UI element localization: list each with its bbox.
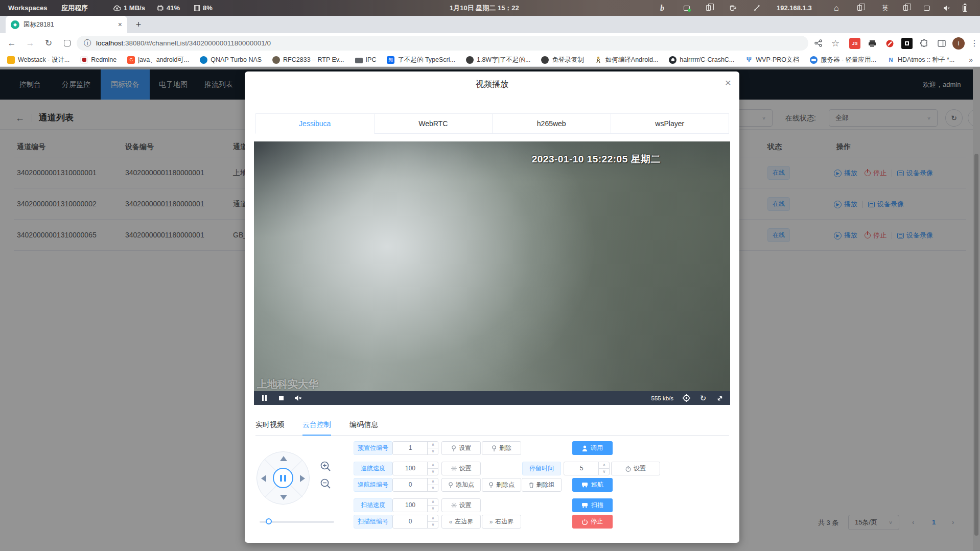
bookmarks-overflow-button[interactable]: » xyxy=(969,56,973,64)
ip-address-indicator[interactable]: 192.168.1.3 xyxy=(777,0,812,16)
extension-dark-icon[interactable] xyxy=(901,38,913,49)
pause-button[interactable] xyxy=(260,394,268,402)
tab-live-video[interactable]: 实时视频 xyxy=(255,417,284,436)
scan-right-bound-button[interactable]: »右边界 xyxy=(482,515,521,529)
zoom-out-button[interactable] xyxy=(319,477,331,489)
stepper-up-icon[interactable]: ∧ xyxy=(428,442,438,448)
player-settings-button[interactable] xyxy=(682,394,690,402)
browser-menu-button[interactable]: ⋮ xyxy=(967,33,980,53)
stepper-down-icon[interactable]: ∨ xyxy=(599,469,610,475)
bookmark-ipc-folder[interactable]: IPC xyxy=(355,56,377,63)
bookmark-qnap[interactable]: QNAP Turbo NAS xyxy=(200,56,262,64)
bookmark-hdatmos[interactable]: NHDAtmos :: 种子 *... xyxy=(887,56,954,64)
stepper-down-icon[interactable]: ∨ xyxy=(428,448,438,455)
back-button[interactable]: ← xyxy=(4,33,19,53)
number-stepper[interactable]: ∧∨ xyxy=(427,462,438,475)
bookmark-android-build[interactable]: 如何编译Android... xyxy=(595,56,659,64)
network-indicator[interactable]: 1 MB/s xyxy=(113,0,145,16)
ptz-up-button[interactable] xyxy=(280,456,287,461)
cruise-delete-point-button[interactable]: 删除点 xyxy=(482,478,521,492)
extensions-puzzle-button[interactable] xyxy=(919,38,930,49)
player-tab-h265web[interactable]: h265web xyxy=(493,113,611,134)
bookmark-redmine[interactable]: Redmine xyxy=(80,56,116,64)
number-stepper[interactable]: ∧∨ xyxy=(427,499,438,512)
ptz-left-button[interactable] xyxy=(261,475,266,482)
preset-delete-button[interactable]: 删除 xyxy=(482,441,521,455)
zoom-in-button[interactable] xyxy=(319,460,331,472)
extension-js-icon[interactable]: JS xyxy=(849,38,860,49)
stepper-down-icon[interactable]: ∨ xyxy=(428,506,438,512)
cruise-add-point-button[interactable]: 添加点 xyxy=(441,478,481,492)
bookmark-csdn[interactable]: Cjava、android可... xyxy=(127,56,189,64)
forward-button[interactable]: → xyxy=(22,33,38,53)
cruise-group-input[interactable]: 0 ∧∨ xyxy=(392,478,438,492)
stop-button[interactable] xyxy=(277,394,285,402)
number-stepper[interactable]: ∧∨ xyxy=(427,515,438,528)
home-button[interactable] xyxy=(59,33,75,53)
number-stepper[interactable]: ∧∨ xyxy=(427,442,438,454)
tab-close-icon[interactable]: × xyxy=(118,20,122,29)
tab-ptz-control[interactable]: 云台控制 xyxy=(302,417,331,436)
stepper-up-icon[interactable]: ∧ xyxy=(428,515,438,522)
bookmark-article[interactable]: 1.8W字|了不起的... xyxy=(466,56,530,64)
preset-call-button[interactable]: 调用 xyxy=(572,441,613,455)
stepper-down-icon[interactable]: ∨ xyxy=(428,485,438,492)
preset-number-input[interactable]: 1 ∧∨ xyxy=(392,441,438,455)
scan-group-input[interactable]: 0 ∧∨ xyxy=(392,515,438,529)
ptz-down-button[interactable] xyxy=(280,495,287,500)
page-info-icon[interactable]: ⓘ xyxy=(84,39,91,48)
volume-tray-icon[interactable] xyxy=(943,0,950,16)
scan-speed-input[interactable]: 100 ∧∨ xyxy=(392,498,438,512)
bookmark-copy-tool[interactable]: 免登录复制 xyxy=(541,56,584,64)
mute-button[interactable] xyxy=(294,394,302,402)
fullscreen-button[interactable] xyxy=(716,394,724,402)
side-panel-button[interactable] xyxy=(936,38,947,49)
dialog-close-button[interactable]: × xyxy=(725,77,731,89)
cruise-start-button[interactable]: 巡航 xyxy=(572,478,613,492)
stepper-up-icon[interactable]: ∧ xyxy=(428,499,438,506)
slider-handle[interactable] xyxy=(266,518,272,524)
ptz-stop-center-button[interactable] xyxy=(273,468,293,488)
scan-left-bound-button[interactable]: «左边界 xyxy=(441,515,481,529)
stay-time-input[interactable]: 5 ∧∨ xyxy=(564,462,610,475)
video-player[interactable]: 2023-01-10 15:22:05 星期二 上地科实大华 555 kb/s … xyxy=(254,141,730,405)
extension-blocker-icon[interactable] xyxy=(884,38,895,49)
stay-time-set-button[interactable]: 设置 xyxy=(611,462,660,475)
app-window-tray-icon[interactable] xyxy=(684,0,690,16)
ptz-direction-pad[interactable] xyxy=(256,451,310,505)
preset-set-button[interactable]: 设置 xyxy=(441,441,481,455)
tool-tray-icon[interactable] xyxy=(754,0,760,16)
workspaces-button[interactable]: Workspaces xyxy=(8,0,47,16)
player-tab-webrtc[interactable]: WebRTC xyxy=(375,113,493,134)
ptz-speed-slider[interactable] xyxy=(260,518,334,525)
workspace-switcher-icon[interactable] xyxy=(857,0,862,16)
number-stepper[interactable]: ∧∨ xyxy=(427,478,438,491)
bookmark-github[interactable]: hairrrrr/C-CrashC... xyxy=(669,56,734,64)
stepper-up-icon[interactable]: ∧ xyxy=(428,478,438,485)
stepper-up-icon[interactable]: ∧ xyxy=(428,462,438,469)
scan-speed-set-button[interactable]: 设置 xyxy=(441,498,481,512)
bookmark-rfc2833[interactable]: RFC2833 – RTP Ev... xyxy=(272,56,344,64)
input-language-indicator[interactable]: 英 xyxy=(882,0,889,16)
bookmark-star-button[interactable]: ☆ xyxy=(828,33,843,53)
number-stepper[interactable]: ∧∨ xyxy=(598,462,609,475)
bookmark-zhihu[interactable]: 知了不起的 TypeScri... xyxy=(387,56,455,64)
clipboard-tray-icon[interactable] xyxy=(706,0,711,16)
ptz-right-button[interactable] xyxy=(300,475,305,482)
reload-button[interactable]: ↻ xyxy=(41,33,56,53)
player-tab-jessibuca[interactable]: Jessibuca xyxy=(255,113,375,134)
cruise-speed-input[interactable]: 100 ∧∨ xyxy=(392,462,438,475)
bookmark-webstack[interactable]: Webstack - 设计... xyxy=(7,56,69,64)
home-tray-icon[interactable]: ⌂ xyxy=(834,0,839,16)
applications-button[interactable]: 应用程序 xyxy=(61,0,88,16)
cruise-speed-set-button[interactable]: 设置 xyxy=(441,462,481,475)
profile-avatar[interactable]: I xyxy=(952,37,965,50)
bookmark-cloud-server[interactable]: 服务器 - 轻量应用... xyxy=(810,56,876,64)
new-tab-button[interactable]: + xyxy=(132,18,145,31)
tab-encoding-info[interactable]: 编码信息 xyxy=(349,417,378,436)
url-bar[interactable]: ⓘ localhost:38080/#/channelList/34020000… xyxy=(77,36,808,51)
cruise-delete-group-button[interactable]: 删除组 xyxy=(522,478,562,492)
browser-tab[interactable]: ◆ 国标28181 × xyxy=(6,16,127,33)
screenshot-tray-icon[interactable] xyxy=(924,0,930,16)
extension-printer-icon[interactable] xyxy=(867,38,878,49)
